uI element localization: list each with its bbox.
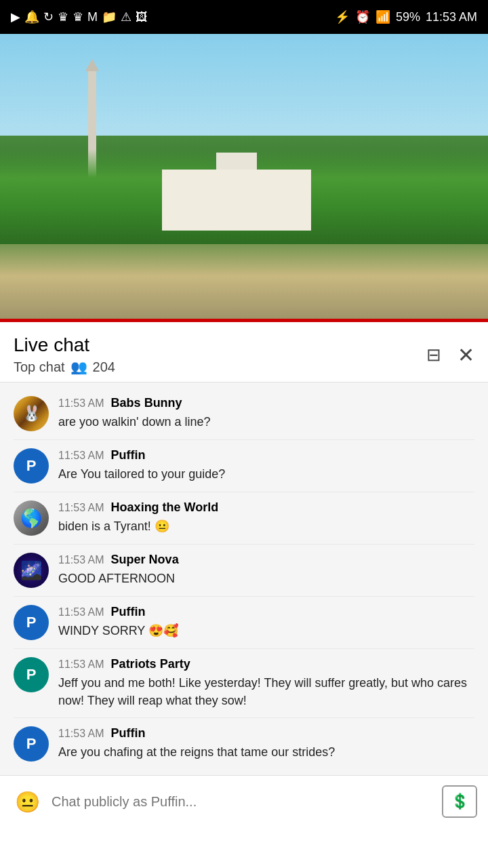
list-item: 🌌 11:53 AM Super Nova GOOD AFTERNOON: [0, 545, 488, 596]
chat-messages-list: 🐰 11:53 AM Babs Bunny are yoo walkin' do…: [0, 382, 488, 775]
chat-header-right: ⊟ ✕: [426, 343, 474, 367]
chat-mode-label[interactable]: Top chat: [14, 359, 65, 375]
message-time: 11:53 AM: [58, 450, 104, 462]
message-content: 11:53 AM Patriots Party Jeff you and me …: [58, 657, 474, 709]
message-text: are yoo walkin' down a line?: [58, 413, 474, 431]
message-content: 11:53 AM Puffin Are You tailored to your…: [58, 448, 474, 483]
message-username: Babs Bunny: [111, 396, 182, 410]
time-display: 11:53 AM: [426, 10, 477, 24]
message-time: 11:53 AM: [58, 658, 104, 671]
status-icons: ▶ 🔔 ↻ ♛ ♛ M 📁 ⚠ 🖼: [11, 9, 148, 24]
message-text: GOOD AFTERNOON: [58, 570, 474, 587]
status-right-icons: ⚡ ⏰ 📶 59% 11:53 AM: [335, 9, 477, 24]
wifi-icon: 📶: [375, 9, 390, 24]
message-content: 11:53 AM Puffin WINDY SORRY 😍🥰: [58, 605, 474, 639]
youtube-icon: ▶: [11, 9, 20, 24]
battery-text: 59%: [396, 10, 420, 24]
avatar: P: [14, 657, 49, 692]
message-meta: 11:53 AM Super Nova: [58, 553, 474, 567]
avatar: 🐰: [14, 396, 49, 431]
send-icon: 💲: [451, 793, 469, 810]
list-item: P 11:53 AM Patriots Party Jeff you and m…: [0, 649, 488, 717]
message-meta: 11:53 AM Puffin: [58, 726, 474, 741]
image-icon: 🖼: [136, 10, 148, 24]
crown-icon: ♛: [58, 9, 68, 24]
white-house-graphic: [162, 170, 311, 231]
message-meta: 11:53 AM Babs Bunny: [58, 396, 474, 410]
message-meta: 11:53 AM Patriots Party: [58, 657, 474, 671]
viewer-count: 204: [93, 359, 115, 375]
message-content: 11:53 AM Puffin Are you chafing at the r…: [58, 726, 474, 761]
sky-background: [0, 34, 488, 136]
list-item: P 11:53 AM Puffin Are you chafing at the…: [0, 718, 488, 770]
message-text: Jeff you and me both! Like yesterday! Th…: [58, 674, 474, 709]
list-item: 🌎 11:53 AM Hoaxing the World biden is a …: [0, 492, 488, 544]
avatar: P: [14, 448, 49, 484]
message-content: 11:53 AM Hoaxing the World biden is a Ty…: [58, 500, 474, 535]
list-item: P 11:53 AM Puffin WINDY SORRY 😍🥰: [0, 597, 488, 648]
filter-button[interactable]: ⊟: [426, 344, 441, 366]
avatar: P: [14, 726, 49, 762]
message-username: Puffin: [111, 605, 146, 619]
message-username: Super Nova: [111, 553, 179, 567]
message-time: 11:53 AM: [58, 397, 104, 410]
chat-input-area: 😐 💲: [0, 775, 488, 827]
notification-icon: 🔔: [24, 9, 39, 24]
avatar: P: [14, 605, 49, 640]
bluetooth-icon: ⚡: [335, 9, 350, 24]
message-username: Puffin: [111, 448, 146, 462]
list-item: P 11:53 AM Puffin Are You tailored to yo…: [0, 440, 488, 492]
chat-input[interactable]: [52, 794, 434, 810]
message-time: 11:53 AM: [58, 606, 104, 618]
chat-header-left: Live chat Top chat 👥 204: [14, 334, 115, 375]
message-meta: 11:53 AM Hoaxing the World: [58, 500, 474, 515]
avatar: 🌎: [14, 500, 49, 536]
message-text: WINDY SORRY 😍🥰: [58, 622, 474, 639]
list-item: 🐰 11:53 AM Babs Bunny are yoo walkin' do…: [0, 388, 488, 439]
message-text: biden is a Tyrant! 😐: [58, 517, 474, 535]
folder-icon: 📁: [102, 9, 117, 24]
message-meta: 11:53 AM Puffin: [58, 448, 474, 462]
chat-mode-row: Top chat 👥 204: [14, 359, 115, 375]
chat-header: Live chat Top chat 👥 204 ⊟ ✕: [0, 322, 488, 382]
people-icon: 👥: [70, 359, 87, 375]
alarm-icon: ⏰: [355, 9, 370, 24]
message-time: 11:53 AM: [58, 554, 104, 566]
send-button[interactable]: 💲: [442, 785, 477, 818]
message-username: Hoaxing the World: [111, 500, 219, 515]
message-text: Are You tailored to your guide?: [58, 465, 474, 483]
video-player[interactable]: [0, 34, 488, 319]
sync-icon: ↻: [43, 9, 54, 24]
chat-title: Live chat: [14, 334, 115, 356]
message-username: Puffin: [111, 726, 146, 741]
crown-icon-2: ♛: [73, 9, 83, 24]
message-meta: 11:53 AM Puffin: [58, 605, 474, 619]
m-icon: M: [87, 10, 98, 24]
message-text: Are you chafing at the reigns that tame …: [58, 743, 474, 761]
close-button[interactable]: ✕: [458, 343, 474, 367]
avatar: 🌌: [14, 553, 49, 588]
status-bar: ▶ 🔔 ↻ ♛ ♛ M 📁 ⚠ 🖼 ⚡ ⏰ 📶 59% 11:53 AM: [0, 0, 488, 34]
emoji-button[interactable]: 😐: [11, 785, 43, 818]
message-content: 11:53 AM Babs Bunny are yoo walkin' down…: [58, 396, 474, 431]
message-username: Patriots Party: [111, 657, 190, 671]
warning-icon: ⚠: [121, 9, 131, 24]
message-time: 11:53 AM: [58, 728, 104, 740]
message-time: 11:53 AM: [58, 502, 104, 514]
message-content: 11:53 AM Super Nova GOOD AFTERNOON: [58, 553, 474, 587]
